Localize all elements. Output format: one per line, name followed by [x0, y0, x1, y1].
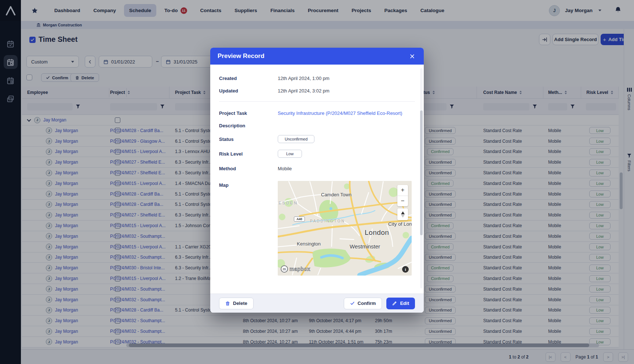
location-map[interactable]: ESDENCamden TownPADDINGTONCity of LondoL…	[278, 181, 412, 276]
map-place-label-city: City of Londo	[388, 221, 412, 227]
status-label: Status	[219, 136, 278, 142]
map-attribution-info-button[interactable]: i	[402, 266, 409, 273]
risk-level-label: Risk Level	[219, 151, 278, 157]
a40-road-badge: A40	[294, 216, 305, 222]
method-label: Method	[219, 166, 278, 171]
trash-icon	[225, 301, 230, 306]
method-value: Mobile	[278, 166, 292, 171]
risk-level-badge: Low	[278, 150, 302, 158]
updated-field: Updated 12th April 2024, 3:02 pm	[219, 84, 415, 97]
mapbox-logo[interactable]: m mapbox	[281, 265, 310, 273]
map-zoom-out-button[interactable]: −	[397, 196, 408, 207]
created-value: 12th April 2024, 1:00 pm	[278, 76, 329, 81]
map-zoom-controls: + −	[397, 185, 408, 206]
status-badge: Unconfirmed	[278, 135, 314, 143]
check-icon	[350, 301, 355, 306]
mapbox-circle-icon: m	[281, 265, 288, 273]
map-place-label-london: London	[365, 229, 389, 237]
modal-title: Preview Record	[218, 52, 265, 60]
map-place-label-kensington: Kensington	[297, 241, 321, 247]
method-field: Method Mobile	[219, 161, 415, 176]
project-task-field: Project Task Security Infrastructure (P/…	[219, 107, 415, 119]
modal-scrollbar-thumb[interactable]	[420, 110, 423, 235]
map-field: Map	[219, 176, 415, 276]
pencil-icon	[392, 301, 397, 306]
close-icon[interactable]	[408, 52, 416, 61]
delete-button[interactable]: Delete	[219, 298, 254, 309]
app-window: DashboardCompanyScheduleTo-do11ContactsS…	[0, 0, 634, 364]
description-label: Description	[219, 123, 278, 128]
map-place-label-esden: ESDEN	[278, 201, 298, 205]
compass-north-icon	[401, 211, 405, 214]
status-field: Status Unconfirmed	[219, 132, 415, 146]
project-task-label: Project Task	[219, 110, 278, 116]
map-zoom-in-button[interactable]: +	[397, 185, 408, 196]
modal-body: Created 12th April 2024, 1:00 pm Updated…	[210, 65, 424, 294]
map-label: Map	[219, 182, 278, 188]
project-task-link[interactable]: Security Infrastructure (P/2024/M027 She…	[278, 110, 402, 116]
edit-button[interactable]: Edit	[386, 298, 415, 309]
modal-footer: Delete Confirm Edit	[210, 294, 424, 313]
confirm-button[interactable]: Confirm	[344, 298, 382, 309]
compass-south-icon	[401, 215, 405, 218]
map-place-label-westminster: Westminster	[350, 243, 380, 250]
divider	[219, 101, 415, 102]
map-compass-control[interactable]	[397, 208, 408, 220]
risk-level-field: Risk Level Low	[219, 146, 415, 161]
updated-value: 12th April 2024, 3:02 pm	[278, 88, 329, 94]
description-field: Description	[219, 119, 415, 132]
map-place-label-camden: Camden Town	[321, 192, 351, 197]
map-place-label-paddington: PADDINGTON	[310, 219, 345, 223]
created-label: Created	[219, 76, 278, 81]
updated-label: Updated	[219, 88, 278, 94]
modal-header: Preview Record	[210, 48, 424, 65]
mapbox-wordmark: mapbox	[289, 266, 310, 272]
created-field: Created 12th April 2024, 1:00 pm	[219, 72, 415, 84]
preview-record-modal: Preview Record Created 12th April 2024, …	[210, 48, 424, 313]
modal-scrollbar[interactable]	[420, 68, 423, 288]
